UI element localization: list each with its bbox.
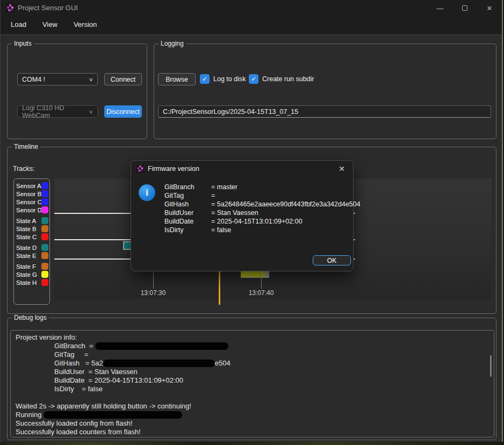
track-color-chip [41, 225, 48, 232]
track-label: State G [16, 271, 41, 278]
log-path-input[interactable]: C:/ProjectSensorLogs/2025-04-15T13_07_15 [158, 105, 491, 118]
axis-tick-label: 13:07:30 [137, 289, 169, 297]
menu-item-version[interactable]: Version [66, 17, 105, 33]
app-icon [136, 165, 144, 173]
debug-log-line: Successfully loaded counters from flash! [16, 428, 489, 436]
track-list-item[interactable]: State G [16, 270, 49, 278]
disconnect-button[interactable]: Disconnect [104, 105, 142, 118]
track-label: State F [16, 263, 41, 270]
log-to-disk-checkbox[interactable]: ✓ Log to disk [200, 74, 246, 84]
track-list-item[interactable]: State A [16, 217, 49, 225]
track-color-chip [41, 252, 48, 259]
timeline-event-group-yellow[interactable] [241, 271, 269, 278]
logging-group-label: Logging [159, 40, 186, 48]
axis-tick-line [153, 271, 154, 289]
firmware-info-row: GitHash= 5a2648465e2aaeece90df443fbf2e3a… [164, 200, 361, 209]
firmware-info-row: GitBranch= master [164, 183, 361, 191]
redaction-bar [103, 360, 215, 367]
track-color-chip [41, 271, 48, 278]
menu-item-load[interactable]: Load [3, 17, 34, 33]
menu-item-view[interactable]: View [34, 17, 66, 33]
scrollbar-thumb[interactable] [490, 355, 492, 377]
timeline-event-yellow [241, 271, 249, 277]
maximize-icon [462, 5, 467, 11]
firmware-info-label: GitHash [164, 200, 211, 209]
track-list-item[interactable]: Sensor B [16, 190, 49, 198]
track-label: Sensor C [16, 199, 41, 205]
track-color-chip [41, 182, 48, 189]
debug-log-line [16, 393, 489, 402]
track-list-item[interactable]: State F [16, 262, 49, 270]
redaction-bar [44, 411, 182, 419]
redaction-bar [95, 342, 228, 350]
track-color-chip [41, 190, 48, 197]
chevron-down-icon: ∨ [89, 109, 93, 114]
debug-log-textarea[interactable]: Project version info:GitBranch = GitTag … [10, 330, 494, 437]
debug-log-line: Waited 2s -> apparently still holding bu… [16, 402, 489, 411]
maximize-button[interactable] [452, 0, 477, 16]
tracks-caption: Tracks: [13, 165, 35, 173]
firmware-info-row: GitTag= [164, 191, 361, 200]
close-button[interactable]: ✕ [477, 0, 502, 16]
debug-log-line: Successfully loaded config from flash! [16, 419, 489, 428]
track-list-item[interactable]: Sensor A [16, 182, 49, 190]
debug-log-line: GitTag = [16, 350, 489, 359]
title-bar[interactable]: Project Sensor GUI — ✕ [1, 0, 502, 16]
track-list-item[interactable]: State H [16, 278, 49, 286]
create-run-subdir-checkbox[interactable]: ✓ Create run subdir [249, 74, 314, 84]
camera-value: Logi C310 HD WebCam [22, 104, 89, 119]
firmware-info-value: = 2025-04-15T13:01:09+02:00 [211, 217, 303, 226]
debug-logs-group-label: Debug logs [12, 314, 49, 322]
chevron-down-icon: ∨ [89, 77, 93, 82]
track-list-item[interactable]: State D [16, 243, 49, 252]
track-color-chip [41, 233, 48, 240]
track-label: Sensor B [16, 191, 41, 197]
dialog-close-button[interactable]: ✕ [336, 163, 348, 174]
com-port-select[interactable]: COM4 ! ∨ [17, 73, 98, 85]
debug-log-line: Project version info: [16, 333, 489, 342]
firmware-info-label: BuildDate [164, 217, 211, 226]
com-port-value: COM4 ! [22, 76, 45, 83]
track-list-item[interactable]: Sensor D [16, 206, 49, 214]
debug-log-line: BuildUser = Stan Vaessen [16, 368, 489, 376]
track-color-chip [41, 244, 48, 251]
firmware-info-row: BuildUser= Stan Vaessen [164, 209, 361, 217]
track-list-item[interactable]: State E [16, 252, 49, 260]
firmware-info-value: = Stan Vaessen [211, 209, 258, 217]
debug-log-line: GitBranch = [16, 342, 489, 350]
tracks-listbox[interactable]: Sensor ASensor BSensor CSensor DState AS… [13, 178, 50, 305]
timeline-event-yellow [250, 271, 260, 277]
debug-log-line: BuildDate = 2025-04-15T13:01:09+02:00 [16, 376, 489, 385]
info-icon: i [139, 184, 155, 201]
track-list-item[interactable]: State B [16, 225, 49, 233]
logging-group: Logging Browse ✓ Log to disk ✓ Create ru… [154, 44, 496, 139]
firmware-info-row: IsDirty= false [164, 226, 361, 234]
axis-tick-label: 13:07:40 [245, 289, 277, 297]
ok-button[interactable]: OK [313, 255, 351, 265]
minimize-button[interactable]: — [428, 0, 452, 16]
track-color-chip [41, 279, 48, 286]
debug-log-line: IsDirty = false [16, 385, 489, 393]
timeline-group-label: Timeline [12, 143, 40, 151]
track-label: State H [16, 279, 41, 286]
checkbox-check-icon: ✓ [200, 74, 210, 84]
browse-button[interactable]: Browse [158, 73, 196, 85]
axis-tick-line [261, 278, 262, 289]
firmware-info-label: GitTag [164, 191, 211, 200]
debug-log-line: Running distance/time counter & checking… [16, 436, 489, 437]
track-list-item[interactable]: State C [16, 233, 49, 241]
camera-select[interactable]: Logi C310 HD WebCam ∨ [17, 105, 98, 118]
connect-button[interactable]: Connect [104, 73, 142, 85]
track-list-item[interactable]: Sensor C [16, 198, 49, 206]
checkbox-check-icon: ✓ [249, 74, 258, 84]
menu-bar: Load View Version [3, 17, 105, 33]
dialog-title: Firmware version [148, 165, 199, 173]
window-title: Project Sensor GUI [18, 4, 78, 12]
track-label: State A [16, 218, 41, 224]
track-label: Sensor D [16, 207, 41, 213]
dialog-title-bar[interactable]: Firmware version ✕ [131, 161, 353, 177]
firmware-info-value: = 5a2648465e2aaeece90df443fbf2e3a342d4e5… [211, 200, 361, 209]
log-to-disk-label: Log to disk [213, 75, 246, 83]
firmware-info-value: = master [211, 183, 237, 191]
debug-logs-group: Debug logs Project version info:GitBranc… [7, 318, 496, 440]
